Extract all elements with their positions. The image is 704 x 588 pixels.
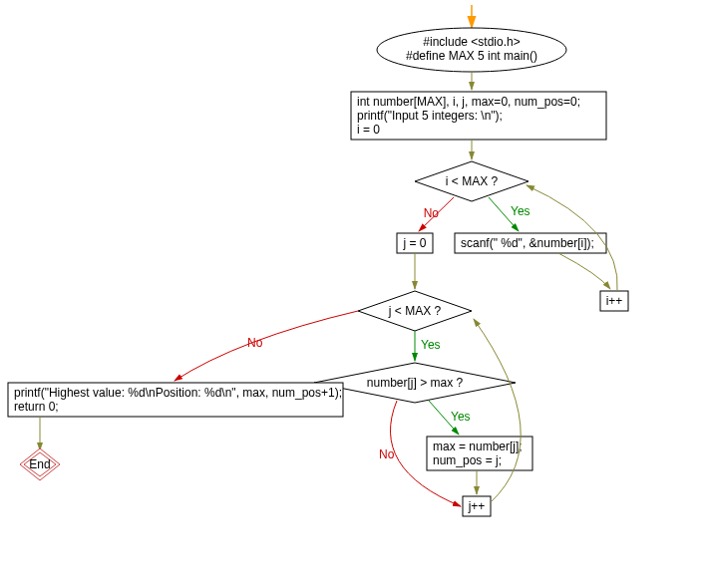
cond-i-text: i < MAX ? xyxy=(446,174,499,188)
start-text-1: #include <stdio.h> xyxy=(423,35,520,49)
edge-condj-printf xyxy=(175,311,358,381)
scanf-text: scanf(" %d", &number[i]); xyxy=(461,236,594,250)
init-text-1: int number[MAX], i, j, max=0, num_pos=0; xyxy=(357,95,580,109)
edge-scanf-iinc xyxy=(558,253,610,289)
printf-text-2: return 0; xyxy=(14,400,59,414)
j-inc-text: j++ xyxy=(468,499,486,513)
label-condnum-no: No xyxy=(379,447,395,461)
label-condnum-yes: Yes xyxy=(451,410,471,424)
j-init-text: j = 0 xyxy=(402,236,426,250)
cond-num-text: number[j] > max ? xyxy=(367,376,464,390)
label-condj-no: No xyxy=(247,336,263,350)
cond-j-text: j < MAX ? xyxy=(388,304,442,318)
end-text: End xyxy=(29,457,50,471)
edge-jinc-condj xyxy=(474,319,521,502)
assign-text-1: max = number[j]; xyxy=(433,440,523,453)
i-inc-text: i++ xyxy=(606,294,623,308)
label-condi-no: No xyxy=(424,206,440,220)
init-text-3: i = 0 xyxy=(357,123,380,137)
flowchart-diagram: #include <stdio.h> #define MAX 5 int mai… xyxy=(0,0,704,588)
printf-text-1: printf("Highest value: %d\nPosition: %d\… xyxy=(14,386,342,400)
label-condj-yes: Yes xyxy=(421,338,441,352)
assign-text-2: num_pos = j; xyxy=(433,453,502,467)
start-text-2: #define MAX 5 int main() xyxy=(406,49,537,63)
label-condi-yes: Yes xyxy=(511,204,530,218)
init-text-2: printf("Input 5 integers: \n"); xyxy=(357,109,503,123)
